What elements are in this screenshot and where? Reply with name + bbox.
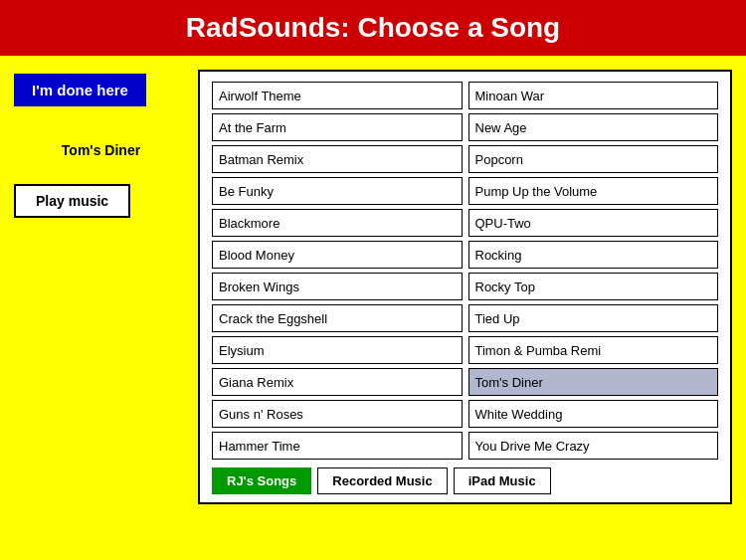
- song-button[interactable]: Rocky Top: [468, 273, 719, 300]
- song-button[interactable]: Popcorn: [468, 145, 719, 173]
- tab-button[interactable]: Recorded Music: [317, 467, 447, 494]
- song-button[interactable]: QPU-Two: [468, 209, 719, 237]
- song-button[interactable]: At the Farm: [212, 113, 463, 141]
- song-button[interactable]: Hammer Time: [212, 432, 463, 460]
- song-button[interactable]: Tom's Diner: [468, 368, 719, 396]
- song-button[interactable]: Minoan War: [468, 82, 719, 109]
- song-button[interactable]: Guns n' Roses: [212, 400, 463, 428]
- app-header: RadSounds: Choose a Song: [0, 0, 746, 56]
- song-button[interactable]: New Age: [468, 113, 719, 141]
- song-button[interactable]: You Drive Me Crazy: [468, 432, 719, 460]
- song-button[interactable]: Timon & Pumba Remi: [468, 336, 719, 364]
- main-content: I'm done here Tom's Diner Play music Air…: [0, 56, 746, 514]
- song-button[interactable]: Tied Up: [468, 304, 719, 332]
- song-column-left: Airwolf ThemeAt the FarmBatman RemixBe F…: [212, 82, 463, 460]
- song-button[interactable]: Elysium: [212, 336, 463, 364]
- song-panel: Airwolf ThemeAt the FarmBatman RemixBe F…: [198, 70, 732, 504]
- song-button[interactable]: Broken Wings: [212, 273, 463, 300]
- tab-button[interactable]: iPad Music: [454, 467, 551, 494]
- song-column-right: Minoan WarNew AgePopcornPump Up the Volu…: [468, 82, 719, 460]
- song-list-area: Airwolf ThemeAt the FarmBatman RemixBe F…: [212, 82, 718, 460]
- song-button[interactable]: Blood Money: [212, 241, 463, 269]
- song-button[interactable]: Blackmore: [212, 209, 463, 237]
- done-button[interactable]: I'm done here: [14, 74, 146, 106]
- page-title: RadSounds: Choose a Song: [10, 12, 736, 44]
- song-button[interactable]: Airwolf Theme: [212, 82, 463, 109]
- song-button[interactable]: Giana Remix: [212, 368, 463, 396]
- song-button[interactable]: Pump Up the Volume: [468, 177, 719, 205]
- song-button[interactable]: Crack the Eggshell: [212, 304, 463, 332]
- left-panel: I'm done here Tom's Diner Play music: [14, 70, 188, 504]
- tab-row: RJ's SongsRecorded MusiciPad Music: [212, 467, 718, 494]
- song-button[interactable]: Rocking: [468, 241, 719, 269]
- song-button[interactable]: Be Funky: [212, 177, 463, 205]
- song-button[interactable]: Batman Remix: [212, 145, 463, 173]
- current-song-label: Tom's Diner: [14, 142, 188, 158]
- play-button[interactable]: Play music: [14, 184, 130, 218]
- tab-button[interactable]: RJ's Songs: [212, 467, 311, 494]
- song-button[interactable]: White Wedding: [468, 400, 719, 428]
